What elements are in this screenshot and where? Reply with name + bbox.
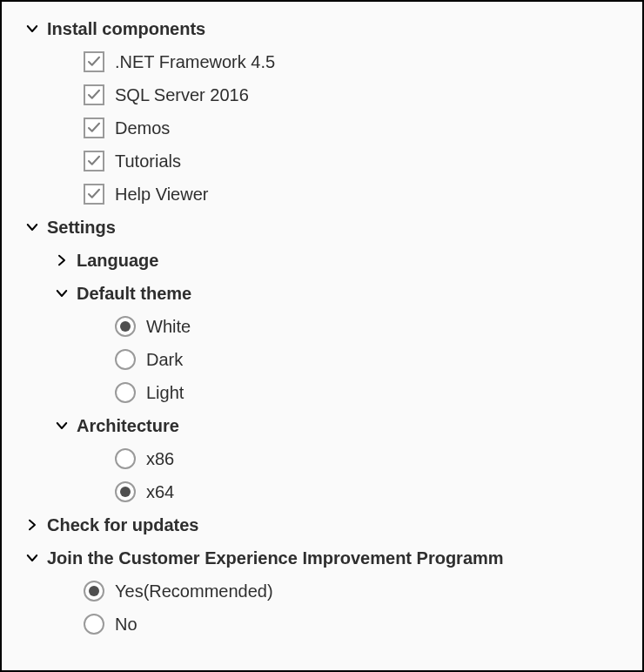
checkbox-icon — [84, 84, 104, 105]
section-title: Join the Customer Experience Improvement… — [47, 549, 504, 567]
checkbox-item-helpviewer[interactable]: Help Viewer — [14, 178, 630, 211]
checkbox-label: SQL Server 2016 — [115, 86, 249, 104]
chevron-down-icon — [21, 547, 44, 569]
radio-label: Dark — [146, 351, 183, 368]
chevron-down-icon — [50, 414, 73, 437]
section-install-components[interactable]: Install components — [14, 12, 630, 45]
radio-icon — [115, 448, 136, 469]
subsection-title: Language — [77, 252, 158, 269]
radio-theme-dark[interactable]: Dark — [14, 343, 630, 376]
settings-tree-panel: Install components .NET Framework 4.5 SQ… — [0, 0, 644, 672]
section-settings[interactable]: Settings — [14, 211, 630, 244]
radio-label: No — [115, 615, 138, 633]
checkbox-icon — [84, 184, 104, 205]
subsection-default-theme[interactable]: Default theme — [14, 277, 630, 310]
radio-icon — [115, 316, 136, 337]
section-ceip[interactable]: Join the Customer Experience Improvement… — [14, 541, 630, 575]
radio-theme-light[interactable]: Light — [14, 376, 630, 409]
chevron-right-icon — [21, 514, 44, 536]
subsection-title: Architecture — [77, 417, 179, 434]
checkbox-label: .NET Framework 4.5 — [115, 53, 275, 71]
subsection-architecture[interactable]: Architecture — [14, 409, 630, 442]
subsection-language[interactable]: Language — [14, 244, 630, 277]
radio-arch-x64[interactable]: x64 — [14, 475, 630, 508]
checkbox-item-dotnet[interactable]: .NET Framework 4.5 — [14, 45, 630, 78]
section-title: Install components — [47, 20, 205, 37]
chevron-right-icon — [50, 249, 73, 272]
section-title: Settings — [47, 218, 116, 236]
checkbox-icon — [84, 151, 104, 171]
chevron-down-icon — [50, 282, 73, 305]
section-check-updates[interactable]: Check for updates — [14, 508, 630, 541]
radio-label: x64 — [146, 483, 174, 501]
radio-icon — [115, 349, 136, 370]
radio-ceip-no[interactable]: No — [14, 608, 630, 641]
checkbox-item-tutorials[interactable]: Tutorials — [14, 144, 630, 178]
radio-icon — [84, 581, 104, 601]
radio-ceip-yes[interactable]: Yes(Recommended) — [14, 575, 630, 608]
checkbox-icon — [84, 51, 104, 72]
radio-arch-x86[interactable]: x86 — [14, 442, 630, 475]
radio-icon — [115, 481, 136, 502]
checkbox-label: Tutorials — [115, 152, 181, 170]
checkbox-item-demos[interactable]: Demos — [14, 111, 630, 144]
radio-label: Yes(Recommended) — [115, 582, 273, 600]
radio-icon — [115, 382, 136, 403]
radio-label: Light — [146, 384, 184, 401]
radio-label: White — [146, 318, 191, 335]
checkbox-item-sqlserver[interactable]: SQL Server 2016 — [14, 78, 630, 111]
radio-icon — [84, 614, 104, 635]
radio-theme-white[interactable]: White — [14, 310, 630, 343]
subsection-title: Default theme — [77, 285, 191, 302]
chevron-down-icon — [21, 17, 44, 40]
chevron-down-icon — [21, 216, 44, 239]
section-title: Check for updates — [47, 516, 198, 534]
checkbox-label: Demos — [115, 119, 170, 137]
radio-label: x86 — [146, 450, 174, 467]
checkbox-label: Help Viewer — [115, 185, 208, 203]
checkbox-icon — [84, 118, 104, 138]
